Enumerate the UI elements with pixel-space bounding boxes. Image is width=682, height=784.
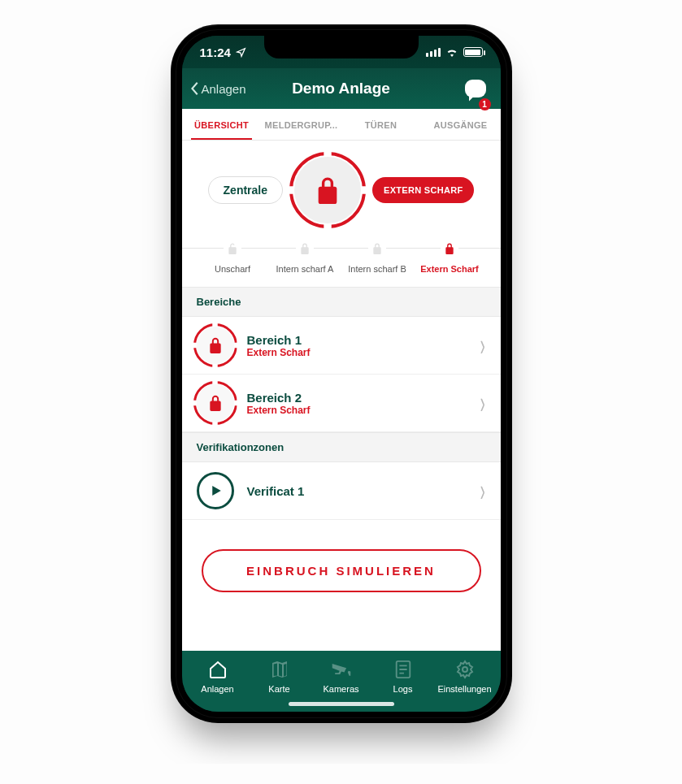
mode-label: Intern scharf A [276, 264, 334, 274]
home-indicator[interactable] [289, 702, 394, 706]
area-title: Bereich 2 [247, 391, 467, 405]
chat-button[interactable]: 1 [465, 68, 486, 109]
location-icon [236, 47, 246, 58]
mode-intern-a[interactable]: Intern scharf A [269, 240, 341, 274]
nav-header: Anlagen Demo Anlage 1 [182, 68, 501, 109]
nav-label: Anlagen [201, 684, 233, 694]
mode-label: Intern scharf B [348, 264, 406, 274]
camera-icon [331, 659, 352, 680]
wifi-icon [445, 47, 458, 57]
map-icon [269, 659, 290, 680]
svg-point-4 [463, 667, 467, 672]
chevron-right-icon: › [480, 327, 485, 365]
notch [264, 36, 419, 58]
area-row[interactable]: Bereich 2 Extern Scharf › [182, 375, 501, 432]
arm-modes: Unscharf Intern scharf A Intern scharf B… [182, 235, 501, 287]
status-time: 11:24 [200, 45, 231, 59]
lock-icon [299, 240, 311, 258]
tab-meldergruppen[interactable]: MELDERGRUP... [262, 109, 341, 140]
area-title: Bereich 1 [247, 333, 467, 347]
lock-icon [207, 393, 224, 413]
tab-tueren[interactable]: TÜREN [341, 109, 421, 140]
mode-extern[interactable]: Extern Scharf [414, 240, 486, 274]
back-label: Anlagen [202, 82, 246, 96]
zone-selector[interactable]: Zentrale [208, 176, 283, 204]
gear-icon [454, 659, 476, 680]
section-areas-header: Bereiche [182, 287, 501, 317]
lock-icon [371, 240, 383, 258]
home-icon [207, 659, 228, 680]
mode-unscharf[interactable]: Unscharf [197, 240, 269, 274]
area-row[interactable]: Bereich 1 Extern Scharf › [182, 317, 501, 375]
unlock-icon [227, 240, 238, 258]
lock-icon [207, 336, 224, 355]
cell-signal-icon [426, 48, 441, 57]
mode-intern-b[interactable]: Intern scharf B [341, 240, 414, 274]
area-status-text: Extern Scharf [247, 405, 467, 416]
tab-ausgaenge[interactable]: AUSGÄNGE [421, 109, 501, 140]
area-status-icon [197, 327, 234, 364]
nav-anlagen[interactable]: Anlagen [187, 659, 249, 694]
nav-label: Karte [268, 684, 289, 694]
phone-frame: 11:24 Anlagen Demo Anlage 1 ÜBERSICHT [171, 24, 512, 723]
back-button[interactable]: Anlagen [190, 68, 246, 109]
chevron-right-icon: › [480, 384, 485, 422]
verif-title: Verificat 1 [247, 484, 467, 498]
section-verif-header: Verifikationzonen [182, 432, 501, 462]
tab-bar: ÜBERSICHT MELDERGRUP... TÜREN AUSGÄNGE [182, 109, 501, 141]
verif-row[interactable]: Verificat 1 › [182, 462, 501, 520]
content: Zentrale EXTERN SCHARF Unscharf Intern s… [182, 141, 501, 651]
play-icon [208, 483, 223, 498]
lock-icon [444, 240, 455, 258]
nav-label: Logs [393, 684, 413, 694]
nav-label: Kameras [323, 684, 358, 694]
central-status-row: Zentrale EXTERN SCHARF [182, 141, 501, 235]
mode-label: Unscharf [215, 264, 250, 274]
simulate-button[interactable]: EINBRUCH SIMULIEREN [202, 549, 481, 592]
nav-label: Einstellungen [437, 684, 491, 694]
tab-overview[interactable]: ÜBERSICHT [182, 109, 262, 140]
chevron-left-icon [190, 81, 200, 96]
nav-kameras[interactable]: Kameras [311, 659, 372, 694]
mode-label: Extern Scharf [420, 264, 479, 274]
nav-settings[interactable]: Einstellungen [434, 659, 496, 694]
chat-icon [465, 80, 486, 97]
screen: 11:24 Anlagen Demo Anlage 1 ÜBERSICHT [182, 36, 501, 712]
area-status-text: Extern Scharf [247, 347, 467, 358]
nav-logs[interactable]: Logs [372, 659, 434, 694]
area-status-icon [197, 384, 234, 422]
page-title: Demo Anlage [292, 80, 390, 97]
chevron-right-icon: › [480, 472, 485, 510]
logs-icon [393, 659, 414, 680]
nav-karte[interactable]: Karte [249, 659, 311, 694]
arm-toggle[interactable] [294, 157, 361, 223]
arm-status-pill[interactable]: EXTERN SCHARF [372, 177, 474, 203]
verif-play-icon [197, 472, 234, 509]
battery-icon [463, 47, 483, 57]
